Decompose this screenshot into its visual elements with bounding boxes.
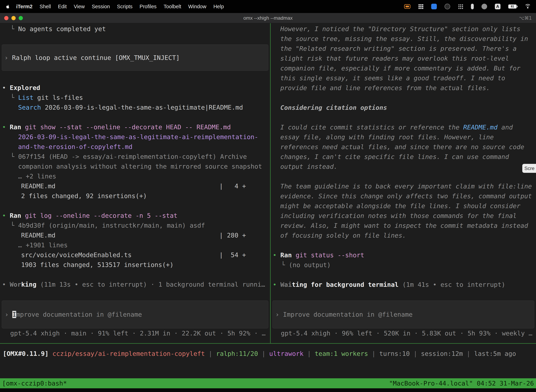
thinking-paragraph-line: essay file, along with finding root file… (271, 132, 536, 142)
wifi-icon[interactable] (524, 4, 531, 9)
thinking-paragraph-line: this single essay, it seems like a good … (271, 73, 536, 83)
blank-line (0, 201, 270, 211)
thinking-paragraph-line: review. Also, I might want to inspect th… (271, 221, 536, 231)
right-model-statusline: gpt-5.4 xhigh · 96% left · 520K in · 5.8… (271, 328, 536, 338)
battery-icon[interactable]: 61 (508, 5, 517, 9)
thinking-paragraph-line: references need actual files, and since … (271, 142, 536, 152)
pill-app-icon[interactable] (471, 4, 474, 9)
explored-header: • Explored (0, 83, 270, 93)
thinking-paragraph-line: changes, I can't cite specific file line… (271, 152, 536, 162)
omx-session-time: session:12m (421, 350, 463, 357)
left-terminal-pane[interactable]: └ No agents completed yet › Ralph loop a… (0, 23, 270, 343)
omx-team: team:1 workers (315, 350, 368, 357)
battery-nub (517, 6, 518, 7)
blank-line (0, 270, 270, 280)
agents-note-line: └ No agents completed yet (0, 24, 270, 34)
thinking-paragraph-line: provide file and line references from th… (271, 83, 536, 93)
thinking-paragraph-line: slight risk that future readers may over… (271, 54, 536, 63)
minimize-button[interactable] (11, 16, 16, 20)
pane-divider-vertical[interactable] (270, 23, 271, 343)
apple-menu[interactable] (4, 4, 11, 9)
menu-item-edit[interactable]: Edit (54, 4, 70, 9)
window-shortcut: ⌥⌘1 (519, 15, 532, 21)
omx-version: [OMX#0.11.9] (3, 350, 48, 357)
readme-link[interactable]: README.md (463, 124, 498, 131)
git-log-stat-1: README.md | 280 + (0, 230, 270, 240)
thinking-paragraph-line: I could cite commit statistics or refere… (271, 122, 536, 132)
thinking-paragraph-line: the "Related research writing" section i… (271, 44, 536, 54)
git-show-stat-1: README.md | 4 + (0, 181, 270, 191)
blank-line (271, 172, 536, 182)
ralph-loop-banner: › Ralph loop active continue [OMX_TMUX_I… (2, 44, 268, 71)
menubar-status-icons: A 61 (404, 4, 532, 9)
window-titlebar: omx --xhigh --madmax ⌥⌘1 (0, 13, 536, 23)
ran-git-show-line: • Ran git show --stat --oneline --decora… (0, 122, 270, 132)
blank-line (271, 93, 536, 103)
pane-divider-horizontal[interactable] (0, 343, 536, 344)
avatar-icon[interactable] (482, 4, 487, 9)
dark-circle-app-icon[interactable] (445, 4, 450, 9)
input-source-icon[interactable]: A (495, 4, 500, 9)
explored-list-line: └ List git ls-files (0, 93, 270, 103)
git-show-file-line-2: and-the-erosion-of-copyleft.md (0, 142, 270, 152)
git-show-output-2: companion analysis without altering the … (0, 162, 270, 171)
thinking-paragraph-line: including verification notes with those … (271, 211, 536, 221)
git-show-output-3: … +2 lines (0, 171, 270, 181)
blank-line (271, 270, 536, 280)
dots-grid-icon[interactable] (458, 4, 463, 9)
right-terminal-pane[interactable]: However, I noticed the "Directory Struct… (271, 23, 536, 343)
menu-item-shell[interactable]: Shell (36, 4, 54, 9)
menu-item-profiles[interactable]: Profiles (136, 4, 160, 9)
tmux-host-clock: "MacBook-Pro-44.local" 04:52 31-Mar-26 (389, 380, 534, 387)
omx-last-activity: last:5m ago (474, 350, 516, 357)
screen-recording-indicator-icon[interactable] (404, 4, 411, 9)
menu-item-help[interactable]: Help (210, 4, 227, 9)
menu-item-toolbelt[interactable]: Toolbelt (160, 4, 185, 9)
thinking-paragraph-line: The team guideline is to back every impo… (271, 182, 536, 191)
grid-app-icon[interactable] (418, 4, 423, 9)
text-cursor: I (12, 311, 16, 318)
explored-search-line: Search 2026-03-09-is-legal-the-same-as-l… (0, 103, 270, 112)
right-prompt-input[interactable]: › Improve documentation in @filename (273, 300, 534, 328)
thinking-paragraph-line: of focusing solely on file lines. (271, 231, 536, 240)
thinking-paragraph-line: companion file, especially if more comme… (271, 63, 536, 73)
working-status-line: • Working (11m 13s • esc to interrupt) ·… (0, 280, 270, 289)
git-show-stat-2: 2 files changed, 92 insertions(+) (0, 191, 270, 201)
apple-icon (5, 4, 10, 9)
bottom-filler (0, 388, 536, 392)
thinking-paragraph-line: might be acceptable alongside the file l… (271, 201, 536, 211)
menu-item-iterm2[interactable]: iTerm2 (13, 4, 36, 9)
left-model-statusline: gpt-5.4 xhigh · main · 91% left · 2.31M … (0, 328, 270, 338)
git-log-stat-2: src/voice/voiceModeEnabled.ts | 54 + (0, 250, 270, 260)
omx-mode: ultrawork (269, 350, 304, 357)
omx-branch: cczip/essay/ai-reimplementation-copyleft (53, 350, 205, 357)
git-status-output: └ (no output) (271, 260, 536, 270)
zoom-button[interactable] (19, 16, 23, 20)
close-button[interactable] (4, 16, 9, 20)
git-show-output-1: └ 067f154 (HEAD -> essay/ai-reimplementa… (0, 152, 270, 162)
blue-app-icon[interactable] (431, 4, 437, 9)
git-log-output-2: … +1901 lines (0, 240, 270, 250)
tmux-session-window[interactable]: [omx-cczip0:bash* (2, 380, 67, 387)
screen-share-overlay-button[interactable]: Scre (522, 164, 536, 173)
menu-item-session[interactable]: Session (88, 4, 113, 9)
blank-line (271, 112, 536, 122)
git-log-output-1: └ 4b9d30f (origin/main, instructkr/main,… (0, 221, 270, 230)
omx-status-bar: [OMX#0.11.9]cczip/essay/ai-reimplementat… (0, 349, 536, 359)
waiting-status-line: • Waiting for background terminal (1m 41… (271, 280, 536, 289)
window-title: omx --xhigh --madmax (0, 15, 536, 21)
menubar-menus: iTerm2 Shell Edit View Session Scripts P… (4, 4, 227, 9)
menu-item-window[interactable]: Window (185, 4, 210, 9)
battery-percent: 61 (509, 5, 516, 8)
left-prompt-input[interactable]: › Improve documentation in @filename (2, 300, 268, 328)
git-log-stat-3: 1903 files changed, 513517 insertions(+) (0, 260, 270, 270)
menu-item-scripts[interactable]: Scripts (113, 4, 136, 9)
omx-turns: turns:10 (379, 350, 410, 357)
blank-line (0, 112, 270, 122)
thinking-heading: Considering citation options (271, 103, 536, 112)
git-show-file-line-1: 2026-03-09-is-legal-the-same-as-legitima… (0, 132, 270, 142)
thinking-paragraph-line: However, I noticed the "Directory Struct… (271, 24, 536, 34)
menu-item-view[interactable]: View (70, 4, 88, 9)
thinking-paragraph-line: the source tree, missing the essay. Stil… (271, 34, 536, 44)
omx-ralph-count: ralph:11/20 (216, 350, 258, 357)
